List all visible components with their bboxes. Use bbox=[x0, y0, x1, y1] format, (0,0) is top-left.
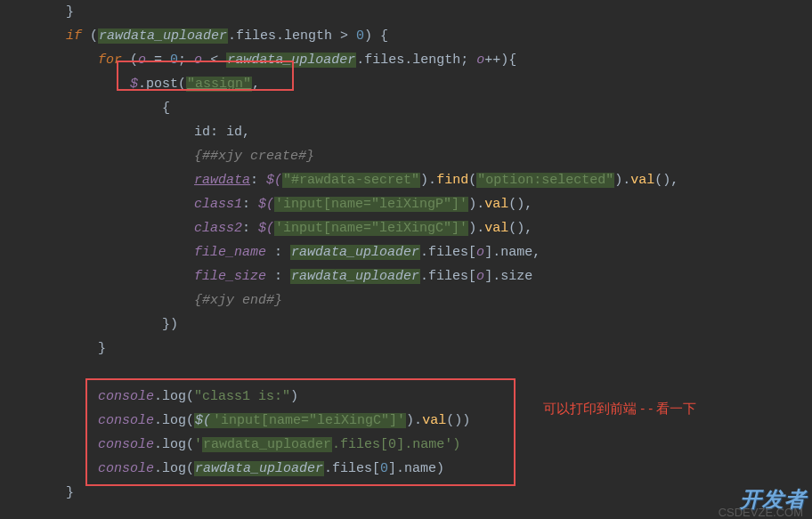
code-line: class2: $('input[name="leiXingC"]').val(… bbox=[66, 216, 812, 240]
var-o: o bbox=[476, 53, 484, 68]
comma: , bbox=[252, 77, 260, 92]
selector-string: 'input[name="leiXingC"]' bbox=[212, 413, 406, 428]
code-line: console.log(rawdata_uploader.files[0].na… bbox=[66, 457, 812, 481]
text: ) { bbox=[364, 28, 388, 44]
number: 0 bbox=[388, 437, 396, 452]
colon: : bbox=[274, 269, 290, 284]
paren: ( bbox=[82, 28, 98, 44]
paren: ) bbox=[290, 389, 298, 404]
punc: ). bbox=[420, 173, 436, 188]
text: ].name bbox=[396, 437, 444, 452]
method-find: find bbox=[436, 173, 468, 188]
key-rawdata: rawdata bbox=[194, 173, 250, 188]
key-filename: file_name bbox=[194, 245, 274, 260]
jquery-call: $( bbox=[266, 173, 282, 188]
brace: } bbox=[98, 341, 106, 356]
code-line: {##xjy create#} bbox=[66, 144, 812, 168]
code-line: } bbox=[66, 481, 812, 505]
keyword-if: if bbox=[66, 28, 82, 44]
jquery-call: $( bbox=[194, 413, 212, 428]
method-val: val bbox=[630, 173, 654, 188]
code-line: { bbox=[66, 96, 812, 120]
code-line: console.log('rawdata_uploader.files[0].n… bbox=[66, 433, 812, 457]
punc: ). bbox=[614, 173, 630, 188]
template-comment: {##xjy create#} bbox=[194, 149, 314, 164]
selector-string: "option:selected" bbox=[476, 173, 614, 188]
console: console bbox=[98, 437, 154, 452]
code-line: class1: $('input[name="leiXingP"]').val(… bbox=[66, 192, 812, 216]
punc: (), bbox=[508, 221, 532, 236]
text: .files[ bbox=[324, 461, 380, 476]
code-line: file_name : rawdata_uploader.files[o].na… bbox=[66, 240, 812, 264]
jquery-call: $( bbox=[258, 221, 274, 236]
paren: ( bbox=[468, 173, 476, 188]
text: ].size bbox=[484, 269, 532, 284]
console: console bbox=[98, 389, 154, 404]
code-line: id: id, bbox=[66, 120, 812, 144]
quote: ') bbox=[444, 437, 460, 452]
template-comment: {#xjy end#} bbox=[194, 293, 282, 308]
string: "class1 is:" bbox=[194, 389, 290, 404]
keyword-for: for bbox=[98, 53, 122, 68]
punc: (), bbox=[508, 197, 532, 212]
punc: ). bbox=[406, 413, 422, 428]
brace: }) bbox=[162, 317, 178, 332]
var-rawdata-uploader: rawdata_uploader bbox=[290, 245, 420, 260]
annotation-text: 可以打印到前端 - - 看一下 bbox=[543, 401, 697, 418]
method-log: .log( bbox=[154, 389, 194, 404]
brace: } bbox=[66, 4, 74, 20]
brace: { bbox=[162, 101, 170, 116]
code-line: } bbox=[66, 0, 812, 24]
var-rawdata-uploader: rawdata_uploader bbox=[98, 28, 228, 44]
quote: ' bbox=[194, 437, 202, 452]
method-val: val bbox=[422, 413, 446, 428]
var-rawdata-uploader: rawdata_uploader bbox=[202, 437, 332, 452]
op: < bbox=[210, 53, 226, 68]
method-val: val bbox=[484, 197, 508, 212]
console: console bbox=[98, 413, 154, 428]
op: = bbox=[154, 53, 170, 68]
text: ].name, bbox=[484, 245, 540, 260]
code-line: console.log($('input[name="leiXingC"]').… bbox=[66, 409, 812, 433]
method-post: .post( bbox=[138, 77, 186, 92]
var-rawdata-uploader: rawdata_uploader bbox=[226, 53, 356, 68]
number: 0 bbox=[170, 53, 178, 68]
code-line: file_size : rawdata_uploader.files[o].si… bbox=[66, 264, 812, 288]
text: .files[ bbox=[332, 437, 388, 452]
number: 0 bbox=[356, 28, 364, 44]
key-class2: class2 bbox=[194, 221, 242, 236]
text: .files[ bbox=[420, 245, 476, 260]
colon: : bbox=[242, 221, 258, 236]
colon: : bbox=[274, 245, 290, 260]
var-o: o bbox=[476, 245, 484, 260]
code-line: console.log("class1 is:") bbox=[66, 385, 812, 409]
code-line: } bbox=[66, 337, 812, 361]
code-line: }) bbox=[66, 312, 812, 337]
text: .files.length; bbox=[356, 53, 476, 68]
jquery-dollar: $ bbox=[130, 77, 138, 92]
code-line bbox=[66, 361, 812, 385]
code-line: rawdata: $("#rawdata-secret").find("opti… bbox=[66, 168, 812, 192]
var-rawdata-uploader: rawdata_uploader bbox=[194, 461, 324, 476]
selector-string: 'input[name="leiXingC"]' bbox=[274, 221, 468, 236]
colon: : bbox=[242, 197, 258, 212]
punc: (), bbox=[654, 173, 678, 188]
jquery-call: $( bbox=[258, 197, 274, 212]
selector-string: 'input[name="leiXingP"]' bbox=[274, 197, 468, 212]
var-rawdata-uploader: rawdata_uploader bbox=[290, 269, 420, 284]
number: 0 bbox=[380, 461, 388, 476]
punc: ). bbox=[468, 221, 484, 236]
method-log: .log( bbox=[154, 461, 194, 476]
op: ++){ bbox=[484, 53, 516, 68]
method-log: .log( bbox=[154, 413, 194, 428]
code-editor-viewport: } if (rawdata_uploader.files.length > 0)… bbox=[0, 0, 812, 505]
punc: ()) bbox=[446, 413, 470, 428]
selector-string: "#rawdata-secret" bbox=[282, 173, 420, 188]
code-line: $.post("assign", bbox=[66, 72, 812, 96]
string-assign: "assign" bbox=[186, 77, 252, 92]
code-line: {#xjy end#} bbox=[66, 288, 812, 312]
var-o: o bbox=[138, 53, 154, 68]
console: console bbox=[98, 461, 154, 476]
method-val: val bbox=[484, 221, 508, 236]
prop-id: id: id, bbox=[194, 125, 250, 140]
